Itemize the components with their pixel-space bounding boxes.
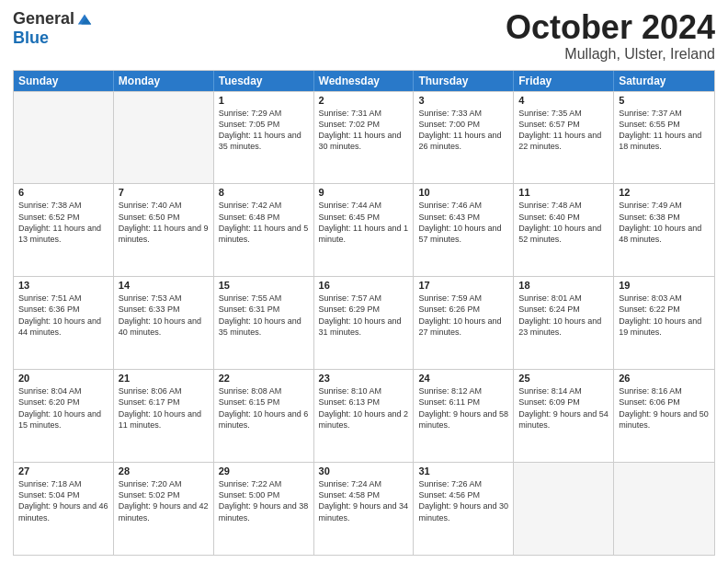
empty-cell [14, 92, 114, 184]
day-detail: Sunrise: 7:51 AM Sunset: 6:36 PM Dayligh… [18, 293, 108, 338]
day-number: 10 [418, 187, 508, 198]
day-detail: Sunrise: 8:14 AM Sunset: 6:09 PM Dayligh… [518, 385, 609, 431]
day-cell-2: 2Sunrise: 7:31 AM Sunset: 7:02 PM Daylig… [314, 92, 415, 184]
day-cell-31: 31Sunrise: 7:26 AM Sunset: 4:56 PM Dayli… [414, 463, 514, 555]
day-cell-27: 27Sunrise: 7:18 AM Sunset: 5:04 PM Dayli… [14, 463, 114, 555]
day-number: 12 [619, 187, 710, 198]
empty-cell [514, 463, 614, 555]
day-detail: Sunrise: 8:08 AM Sunset: 6:15 PM Dayligh… [219, 385, 309, 431]
day-number: 23 [319, 373, 409, 384]
day-detail: Sunrise: 7:18 AM Sunset: 5:04 PM Dayligh… [18, 478, 108, 523]
day-cell-13: 13Sunrise: 7:51 AM Sunset: 6:36 PM Dayli… [14, 277, 114, 369]
header-day-thursday: Thursday [414, 71, 514, 91]
day-detail: Sunrise: 8:12 AM Sunset: 6:11 PM Dayligh… [418, 385, 508, 431]
day-detail: Sunrise: 7:20 AM Sunset: 5:02 PM Dayligh… [119, 478, 209, 523]
day-detail: Sunrise: 8:06 AM Sunset: 6:17 PM Dayligh… [119, 385, 209, 431]
day-number: 27 [18, 465, 108, 477]
day-number: 8 [219, 187, 309, 198]
day-number: 22 [219, 373, 309, 384]
day-number: 16 [319, 280, 409, 291]
day-number: 25 [518, 373, 609, 384]
header-day-tuesday: Tuesday [214, 71, 314, 91]
day-number: 4 [518, 95, 609, 106]
day-cell-16: 16Sunrise: 7:57 AM Sunset: 6:29 PM Dayli… [314, 277, 415, 369]
day-cell-17: 17Sunrise: 7:59 AM Sunset: 6:26 PM Dayli… [414, 277, 514, 369]
day-cell-7: 7Sunrise: 7:40 AM Sunset: 6:50 PM Daylig… [114, 184, 214, 276]
calendar-body: 1Sunrise: 7:29 AM Sunset: 7:05 PM Daylig… [14, 91, 714, 555]
day-number: 1 [219, 95, 309, 106]
header: General Blue October 2024 Mullagh, Ulste… [13, 9, 715, 63]
day-detail: Sunrise: 7:46 AM Sunset: 6:43 PM Dayligh… [418, 200, 508, 245]
day-detail: Sunrise: 7:33 AM Sunset: 7:00 PM Dayligh… [418, 108, 508, 153]
day-number: 3 [418, 95, 508, 106]
day-number: 20 [18, 373, 108, 384]
day-detail: Sunrise: 7:22 AM Sunset: 5:00 PM Dayligh… [219, 478, 309, 523]
header-day-monday: Monday [114, 71, 214, 91]
day-detail: Sunrise: 8:04 AM Sunset: 6:20 PM Dayligh… [18, 385, 108, 431]
day-detail: Sunrise: 7:35 AM Sunset: 6:57 PM Dayligh… [518, 108, 609, 153]
day-number: 21 [119, 373, 209, 384]
day-cell-9: 9Sunrise: 7:44 AM Sunset: 6:45 PM Daylig… [314, 184, 415, 276]
day-detail: Sunrise: 7:40 AM Sunset: 6:50 PM Dayligh… [119, 200, 209, 245]
day-cell-18: 18Sunrise: 8:01 AM Sunset: 6:24 PM Dayli… [514, 277, 614, 369]
day-cell-11: 11Sunrise: 7:48 AM Sunset: 6:40 PM Dayli… [514, 184, 614, 276]
day-cell-28: 28Sunrise: 7:20 AM Sunset: 5:02 PM Dayli… [114, 463, 214, 555]
calendar-row-1: 6Sunrise: 7:38 AM Sunset: 6:52 PM Daylig… [14, 183, 714, 276]
day-number: 31 [418, 465, 508, 477]
day-detail: Sunrise: 7:37 AM Sunset: 6:55 PM Dayligh… [619, 108, 710, 153]
day-number: 18 [518, 280, 609, 291]
header-day-sunday: Sunday [14, 71, 114, 91]
day-cell-5: 5Sunrise: 7:37 AM Sunset: 6:55 PM Daylig… [614, 92, 714, 184]
calendar: SundayMondayTuesdayWednesdayThursdayFrid… [13, 70, 715, 556]
day-number: 5 [619, 95, 710, 106]
day-number: 29 [219, 465, 309, 477]
day-number: 13 [18, 280, 108, 291]
day-number: 15 [219, 280, 309, 291]
day-number: 11 [518, 187, 609, 198]
day-detail: Sunrise: 7:42 AM Sunset: 6:48 PM Dayligh… [219, 200, 309, 245]
day-cell-20: 20Sunrise: 8:04 AM Sunset: 6:20 PM Dayli… [14, 370, 114, 462]
day-number: 17 [418, 280, 508, 291]
day-cell-4: 4Sunrise: 7:35 AM Sunset: 6:57 PM Daylig… [514, 92, 614, 184]
day-cell-21: 21Sunrise: 8:06 AM Sunset: 6:17 PM Dayli… [114, 370, 214, 462]
day-cell-14: 14Sunrise: 7:53 AM Sunset: 6:33 PM Dayli… [114, 277, 214, 369]
calendar-row-2: 13Sunrise: 7:51 AM Sunset: 6:36 PM Dayli… [14, 276, 714, 369]
day-cell-26: 26Sunrise: 8:16 AM Sunset: 6:06 PM Dayli… [614, 370, 714, 462]
day-cell-12: 12Sunrise: 7:49 AM Sunset: 6:38 PM Dayli… [614, 184, 714, 276]
day-cell-1: 1Sunrise: 7:29 AM Sunset: 7:05 PM Daylig… [214, 92, 314, 184]
day-number: 26 [619, 373, 710, 384]
logo: General Blue [13, 9, 93, 48]
header-day-friday: Friday [514, 71, 614, 91]
day-cell-10: 10Sunrise: 7:46 AM Sunset: 6:43 PM Dayli… [414, 184, 514, 276]
day-detail: Sunrise: 7:44 AM Sunset: 6:45 PM Dayligh… [319, 200, 409, 245]
day-detail: Sunrise: 7:31 AM Sunset: 7:02 PM Dayligh… [319, 108, 409, 153]
day-number: 14 [119, 280, 209, 291]
logo-icon [76, 11, 93, 28]
day-cell-19: 19Sunrise: 8:03 AM Sunset: 6:22 PM Dayli… [614, 277, 714, 369]
empty-cell [614, 463, 714, 555]
day-number: 30 [319, 465, 409, 477]
logo-general-text: General [13, 9, 74, 29]
day-cell-29: 29Sunrise: 7:22 AM Sunset: 5:00 PM Dayli… [214, 463, 314, 555]
day-number: 28 [119, 465, 209, 477]
calendar-row-4: 27Sunrise: 7:18 AM Sunset: 5:04 PM Dayli… [14, 462, 714, 555]
day-detail: Sunrise: 8:01 AM Sunset: 6:24 PM Dayligh… [518, 293, 609, 338]
day-cell-15: 15Sunrise: 7:55 AM Sunset: 6:31 PM Dayli… [214, 277, 314, 369]
page: General Blue October 2024 Mullagh, Ulste… [0, 0, 728, 563]
day-cell-6: 6Sunrise: 7:38 AM Sunset: 6:52 PM Daylig… [14, 184, 114, 276]
empty-cell [114, 92, 214, 184]
day-number: 24 [418, 373, 508, 384]
day-cell-22: 22Sunrise: 8:08 AM Sunset: 6:15 PM Dayli… [214, 370, 314, 462]
day-detail: Sunrise: 7:53 AM Sunset: 6:33 PM Dayligh… [119, 293, 209, 338]
day-cell-30: 30Sunrise: 7:24 AM Sunset: 4:58 PM Dayli… [314, 463, 415, 555]
day-detail: Sunrise: 7:48 AM Sunset: 6:40 PM Dayligh… [518, 200, 609, 245]
day-cell-23: 23Sunrise: 8:10 AM Sunset: 6:13 PM Dayli… [314, 370, 415, 462]
calendar-header: SundayMondayTuesdayWednesdayThursdayFrid… [14, 71, 714, 91]
calendar-row-0: 1Sunrise: 7:29 AM Sunset: 7:05 PM Daylig… [14, 91, 714, 184]
day-number: 6 [18, 187, 108, 198]
day-detail: Sunrise: 7:26 AM Sunset: 4:56 PM Dayligh… [418, 478, 508, 523]
day-detail: Sunrise: 8:10 AM Sunset: 6:13 PM Dayligh… [319, 385, 409, 431]
day-detail: Sunrise: 7:24 AM Sunset: 4:58 PM Dayligh… [319, 478, 409, 523]
day-detail: Sunrise: 7:55 AM Sunset: 6:31 PM Dayligh… [219, 293, 309, 338]
day-detail: Sunrise: 7:38 AM Sunset: 6:52 PM Dayligh… [18, 200, 108, 245]
